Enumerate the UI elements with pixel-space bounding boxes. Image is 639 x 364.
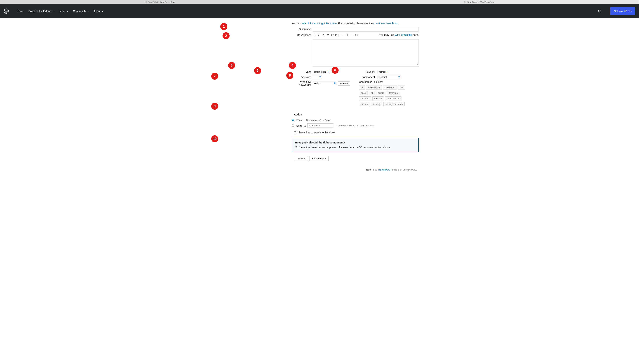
newline-icon[interactable] xyxy=(350,33,354,37)
action-assign-row: assign to The owner will be the specifie… xyxy=(292,124,419,128)
nav-download[interactable]: Download & Extend▾ xyxy=(26,8,56,14)
svg-text:I: I xyxy=(318,34,319,36)
tab-favicon-icon xyxy=(464,1,466,3)
chevron-down-icon: ▾ xyxy=(53,10,54,12)
italic-icon[interactable]: I xyxy=(317,33,321,37)
wikiformatting-link[interactable]: WikiFormatting xyxy=(395,33,412,36)
annotation-badge: 4 xyxy=(289,62,296,69)
preview-button[interactable]: Preview xyxy=(294,156,308,161)
focus-tag[interactable]: performance xyxy=(385,96,401,101)
attach-label[interactable]: I have files to attach to this ticket xyxy=(298,131,335,134)
action-create-radio[interactable] xyxy=(292,119,294,122)
php-button[interactable]: PHP xyxy=(335,33,341,37)
focus-tag[interactable]: coding-standards xyxy=(383,102,405,106)
hr-icon[interactable] xyxy=(341,33,345,37)
get-wordpress-button[interactable]: Get WordPress xyxy=(610,8,635,15)
focus-tag[interactable]: rtl xyxy=(369,91,375,95)
svg-point-1 xyxy=(145,2,146,2)
action-assign-note: The owner will be the specified user. xyxy=(336,124,375,127)
annotation-badge: 9 xyxy=(211,103,218,110)
focus-tag[interactable]: multisite xyxy=(359,96,371,101)
browser-tabs: New Ticket – WordPress Trac New Ticket –… xyxy=(0,0,639,4)
annotation-badge: 7 xyxy=(211,73,218,80)
formatting-note: You may use WikiFormatting here. xyxy=(379,33,419,36)
create-ticket-button[interactable]: Create ticket xyxy=(309,156,329,161)
notice-text: You've not yet selected a component. Ple… xyxy=(295,146,415,149)
version-label: Version: xyxy=(292,76,313,78)
description-textarea[interactable] xyxy=(313,39,419,65)
wordpress-logo-icon[interactable] xyxy=(4,8,9,14)
tractickets-link[interactable]: TracTickets xyxy=(378,168,390,171)
chevron-down-icon: ▾ xyxy=(102,10,103,12)
action-section: Action create The status will be 'new'. … xyxy=(292,113,419,134)
annotation-badge: 3 xyxy=(228,62,235,69)
focuses-tags: ui accessibility javascript css docs rtl… xyxy=(359,85,413,106)
handbook-link[interactable]: contributor handbook xyxy=(373,22,398,25)
action-create-note: The status will be 'new'. xyxy=(306,119,331,122)
svg-text:B: B xyxy=(314,34,315,36)
severity-select[interactable]: normal xyxy=(378,70,389,74)
paragraph-icon[interactable]: ¶ xyxy=(346,33,350,37)
version-select[interactable] xyxy=(313,75,322,79)
description-row: Description: B I A PHP ¶ You may use Wik… xyxy=(292,33,419,67)
image-icon[interactable] xyxy=(355,33,358,37)
workflow-label: Workflow Keywords: xyxy=(292,80,313,86)
footer-note: Note: See TracTickets for help on using … xyxy=(292,168,419,171)
main-nav: News Download & Extend▾ Learn▾ Community… xyxy=(15,8,598,14)
focus-tag[interactable]: accessibility xyxy=(366,85,382,90)
focus-tag[interactable]: css xyxy=(398,85,405,90)
action-assign-radio[interactable] xyxy=(292,124,294,127)
search-tickets-link[interactable]: search for existing tickets here xyxy=(302,22,337,25)
focus-tag[interactable]: admin xyxy=(376,91,386,95)
bold-icon[interactable]: B xyxy=(313,33,316,37)
description-label: Description: xyxy=(292,33,313,36)
svg-point-5 xyxy=(598,10,600,12)
summary-row: Summary: xyxy=(292,27,419,32)
focus-tag[interactable]: ui xyxy=(359,85,365,90)
link-icon[interactable] xyxy=(326,33,330,37)
browser-tab-1[interactable]: New Ticket – WordPress Trac xyxy=(0,0,320,4)
annotation-badge: 8 xyxy=(286,72,293,79)
annotation-badge: 10 xyxy=(211,135,218,142)
annotation-badge: 5 xyxy=(254,67,261,74)
svg-line-6 xyxy=(600,12,601,12)
focus-tag[interactable]: docs xyxy=(359,91,368,95)
main-content: 1 2 3 4 5 6 7 8 9 10 You can search for … xyxy=(220,18,419,171)
manual-button[interactable]: Manual xyxy=(338,81,350,86)
type-select[interactable]: defect (bug) xyxy=(313,70,330,74)
action-create-label[interactable]: create xyxy=(296,118,303,122)
summary-input[interactable] xyxy=(313,27,419,32)
focus-tag[interactable]: ui-copy xyxy=(371,102,383,106)
component-select[interactable]: General xyxy=(378,75,401,79)
workflow-select[interactable]: - Add - xyxy=(313,82,337,85)
nav-about[interactable]: About▾ xyxy=(92,8,105,14)
tab-favicon-icon xyxy=(145,1,147,3)
nav-learn[interactable]: Learn▾ xyxy=(57,8,70,14)
action-create-row: create The status will be 'new'. xyxy=(292,118,419,122)
action-heading: Action xyxy=(292,113,419,116)
tab-title: New Ticket – WordPress Trac xyxy=(148,1,175,3)
search-icon[interactable] xyxy=(598,10,601,13)
chevron-down-icon: ▾ xyxy=(88,10,89,12)
component-notice: Have you selected the right component? Y… xyxy=(292,138,419,152)
focus-tag[interactable]: javascript xyxy=(383,85,396,90)
nav-news[interactable]: News xyxy=(15,8,26,14)
component-label: Component: xyxy=(359,76,378,78)
attach-checkbox[interactable] xyxy=(294,132,296,134)
annotation-badge: 1 xyxy=(220,23,227,30)
focus-tag[interactable]: rest-api xyxy=(372,96,384,101)
wp-header: News Download & Extend▾ Learn▾ Community… xyxy=(0,4,639,18)
action-assign-label[interactable]: assign to xyxy=(296,124,306,127)
editor-toolbar: B I A PHP ¶ You may use WikiFormatting h… xyxy=(313,33,419,37)
browser-tab-2[interactable]: New Ticket – WordPress Trac xyxy=(320,0,639,4)
notice-title: Have you selected the right component? xyxy=(295,141,415,144)
code-icon[interactable] xyxy=(330,33,334,37)
focus-tag[interactable]: privacy xyxy=(359,102,370,106)
summary-label: Summary: xyxy=(292,27,313,30)
nav-community[interactable]: Community▾ xyxy=(71,8,91,14)
heading-icon[interactable]: A xyxy=(322,33,325,37)
resize-handle[interactable] xyxy=(313,66,419,67)
focus-tag[interactable]: template xyxy=(387,91,400,95)
assign-to-input[interactable] xyxy=(307,124,333,128)
svg-text:¶: ¶ xyxy=(347,34,348,36)
